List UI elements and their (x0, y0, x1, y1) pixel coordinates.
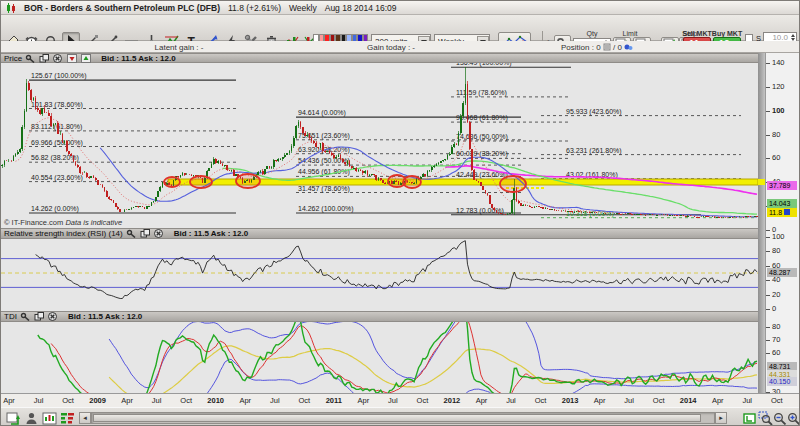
scrollbar-thumb[interactable] (93, 414, 701, 422)
axis-tick-label: 0 (772, 305, 776, 313)
rsi-close-icon[interactable] (154, 229, 165, 238)
axis-tick-label: 100 (772, 107, 785, 115)
zoom-in-icon[interactable] (785, 410, 800, 426)
time-axis-label: Oct (62, 396, 74, 405)
alert-ellipse-annotation[interactable] (500, 176, 526, 192)
alert-ellipse-annotation[interactable] (164, 177, 180, 187)
fib-level-label: 94.614 (0.00%) (298, 109, 346, 117)
axis-tick-label: 80 (772, 131, 780, 139)
yellow-level-axis-mark (758, 179, 765, 185)
indicative-note: Data is indicative (65, 218, 122, 227)
tdi-chart[interactable] (1, 322, 758, 393)
trading-platform-window: BOR - Borders & Southern Petroleum PLC (… (0, 0, 800, 426)
time-axis-label: Apr (121, 396, 133, 405)
position-text: Position : (561, 43, 596, 52)
limit-label: Limit (609, 30, 651, 37)
price-close-icon[interactable] (53, 54, 64, 63)
copyright-text: © IT-Finance.com (4, 218, 63, 227)
axis-tick-label: 70 (772, 336, 780, 344)
tdi-settings-icon[interactable] (20, 312, 31, 321)
rsi-chart[interactable] (1, 239, 758, 311)
time-axis-label: 2013 (562, 396, 579, 405)
axis-value-label: 48.287 (767, 268, 797, 277)
rsi-settings-icon[interactable] (126, 229, 137, 238)
axis-tick-label: 40 (772, 276, 780, 284)
price-settings-icon[interactable] (25, 54, 36, 63)
fib-level-label: 83.112 (61.80%) (31, 123, 82, 131)
axis-tick (766, 280, 770, 281)
rsi-panes-icon[interactable] (140, 229, 151, 238)
time-axis-label: Jul (506, 396, 516, 405)
alert-ellipse-annotation[interactable] (236, 174, 260, 188)
alert-ellipse-annotation[interactable] (403, 176, 421, 188)
axis-tick (766, 295, 770, 296)
price-buy-marker-icon[interactable] (81, 54, 92, 63)
time-axis-label: Oct (535, 396, 547, 405)
price-chart[interactable]: 125.67 (100.00%)101.83 (78.60%)83.112 (6… (1, 63, 758, 228)
user-icon[interactable] (23, 410, 39, 426)
timeframe-label: Weekly (289, 3, 317, 13)
time-axis-label: Apr (3, 396, 15, 405)
price-panes-icon[interactable] (39, 54, 50, 63)
status-row: Latent gain : - Gain today : - Position … (1, 41, 800, 53)
time-axis-label: 2014 (680, 396, 697, 405)
time-axis-label: Jul (152, 396, 162, 405)
reset-view-icon[interactable] (741, 410, 757, 426)
axis-tick (766, 158, 770, 159)
time-axis-label: Jul (624, 396, 634, 405)
axis-tick (766, 63, 770, 64)
time-axis-label: Jul (742, 396, 752, 405)
fib-level-label: 14.262 (0.00%) (31, 205, 79, 213)
fib-level-label: 40.554 (23.60%) (31, 174, 83, 182)
chart-window-icon[interactable] (41, 410, 57, 426)
scroll-left-arrow[interactable]: ◂ (79, 412, 91, 424)
price-marker-icon[interactable] (784, 209, 790, 215)
title-bar: BOR - Borders & Southern Petroleum PLC (… (1, 1, 800, 15)
axis-value-label: 14.043 (767, 199, 797, 208)
time-axis-label: Apr (594, 396, 606, 405)
axis-tick (766, 230, 770, 231)
stop-distance-spinner[interactable] (791, 34, 795, 41)
axis-tick-label: 20 (772, 291, 780, 299)
rsi-line (36, 241, 757, 299)
qty-label: Qty (573, 30, 611, 37)
axis-tick-label: 80 (772, 247, 780, 255)
position-list-icon[interactable] (603, 43, 611, 51)
tdi-close-icon[interactable] (48, 312, 59, 321)
instrument-title: BOR - Borders & Southern Petroleum PLC (… (24, 3, 220, 13)
position-orders-icon[interactable] (624, 43, 633, 51)
time-axis-label: 2010 (207, 396, 224, 405)
time-axis-label: 2009 (89, 396, 106, 405)
axis-drag-strip[interactable] (758, 53, 765, 393)
tdi-pane-title: TDI (4, 312, 17, 321)
tdi-bid-ask: Bid : 11.5 Ask : 12.0 (68, 312, 142, 321)
copyright-note: © IT-Finance.com Data is indicative (4, 218, 122, 227)
time-axis-label: 2011 (326, 396, 342, 405)
time-axis-label: 2012 (444, 396, 461, 405)
app-candlestick-icon (5, 3, 16, 12)
horizontal-scrollbar[interactable] (91, 412, 715, 424)
axis-tick (766, 309, 770, 310)
export-chart-icon[interactable] (5, 410, 21, 426)
time-axis-label: Jul (270, 396, 280, 405)
axis-tick (766, 251, 770, 252)
axis-tick (766, 135, 770, 136)
alert-ellipse-annotation[interactable] (190, 176, 212, 188)
axis-value-label: 37.789 (767, 181, 797, 190)
price-bid-ask: Bid : 11.5 Ask : 12.0 (101, 54, 175, 63)
last-price-change: 11.8 (+2.61%) (228, 3, 281, 13)
tdi-panes-icon[interactable] (34, 312, 45, 321)
fib-level-label: 14.262 (100.00%) (298, 205, 354, 213)
scroll-right-arrow[interactable]: ▸ (715, 412, 727, 424)
axis-tick (766, 111, 770, 112)
buy-mkt-label: Buy MKT (711, 30, 743, 37)
rsi-bid-ask: Bid : 11.5 Ask : 12.0 (174, 229, 248, 238)
price-axis-column[interactable]: 1401201008060402001008060402008070603037… (765, 53, 800, 393)
position-label: Position : 0 / 0 (561, 43, 633, 52)
order-book-icon[interactable] (59, 410, 75, 426)
fib-level-label: 31.457 (78.60%) (298, 185, 350, 193)
bottom-toolbar: ◂ ▸ (1, 407, 800, 426)
axis-tick-label: 80 (772, 323, 780, 331)
axis-tick-label: 60 (772, 349, 780, 357)
price-sell-marker-icon[interactable] (67, 54, 78, 63)
